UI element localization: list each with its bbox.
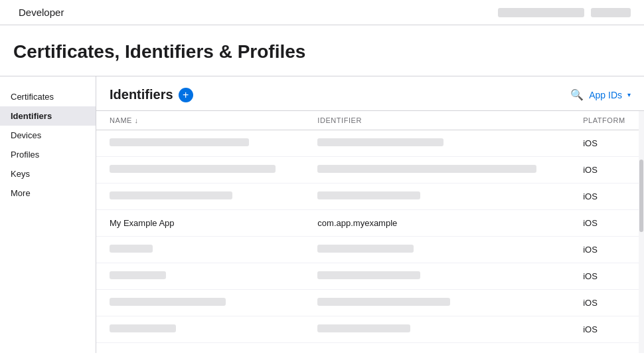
top-nav-user — [498, 8, 631, 17]
table-row[interactable]: iOS — [96, 183, 644, 210]
cell-platform: iOS — [570, 237, 644, 263]
cell-name — [96, 316, 304, 343]
cell-identifier — [304, 183, 570, 210]
cell-name — [96, 237, 304, 263]
cell-platform: iOS — [570, 290, 644, 316]
cell-name — [96, 183, 304, 210]
cell-identifier — [304, 263, 570, 290]
table-header-row: NAME ↓ IDENTIFIER PLATFORM — [96, 111, 644, 130]
filter-label: App IDs — [589, 90, 622, 100]
cell-platform: iOS — [570, 316, 644, 343]
top-nav-brand: Developer — [13, 7, 64, 18]
sidebar-item-profiles[interactable]: Profiles — [0, 145, 96, 164]
search-icon: 🔍 — [570, 88, 584, 101]
main-layout: Certificates Identifiers Devices Profile… — [0, 76, 644, 353]
cell-identifier — [304, 316, 570, 343]
cell-identifier: com.app.myexample — [304, 210, 570, 237]
cell-name — [96, 263, 304, 290]
content-title: Identifiers — [110, 87, 173, 102]
cell-platform: iOS — [570, 210, 644, 237]
user-name-blur — [498, 8, 584, 17]
top-nav: Developer — [0, 0, 644, 25]
sidebar: Certificates Identifiers Devices Profile… — [0, 76, 96, 353]
cell-platform: iOS — [570, 130, 644, 157]
table-row[interactable]: iOS — [96, 237, 644, 263]
sidebar-item-devices[interactable]: Devices — [0, 126, 96, 145]
table-row[interactable]: iOS — [96, 316, 644, 343]
filter-area[interactable]: 🔍 App IDs ▾ — [570, 88, 631, 101]
table-row[interactable]: My Example Appcom.app.myexampleiOS — [96, 210, 644, 237]
sidebar-item-identifiers[interactable]: Identifiers — [0, 106, 96, 126]
scrollbar-thumb[interactable] — [639, 160, 643, 232]
chevron-down-icon: ▾ — [627, 91, 631, 98]
user-dropdown-blur[interactable] — [591, 8, 631, 17]
cell-name — [96, 157, 304, 183]
cell-name — [96, 290, 304, 316]
identifiers-table-container: NAME ↓ IDENTIFIER PLATFORM iOSiOSiOSMy E… — [96, 111, 644, 353]
page-header: Certificates, Identifiers & Profiles — [0, 25, 644, 76]
content-title-area: Identifiers + — [110, 87, 193, 102]
sidebar-item-keys[interactable]: Keys — [0, 164, 96, 183]
identifiers-table: NAME ↓ IDENTIFIER PLATFORM iOSiOSiOSMy E… — [96, 111, 644, 343]
cell-name — [96, 130, 304, 157]
table-row[interactable]: iOS — [96, 157, 644, 183]
column-header-identifier: IDENTIFIER — [304, 111, 570, 130]
developer-label: Developer — [19, 7, 64, 18]
table-row[interactable]: iOS — [96, 263, 644, 290]
scrollbar-track — [639, 111, 644, 353]
sidebar-item-certificates[interactable]: Certificates — [0, 87, 96, 106]
content-area: Identifiers + 🔍 App IDs ▾ NAME ↓ IDENTIF… — [96, 76, 644, 353]
cell-platform: iOS — [570, 157, 644, 183]
cell-identifier — [304, 157, 570, 183]
column-header-name[interactable]: NAME ↓ — [96, 111, 304, 130]
page-title: Certificates, Identifiers & Profiles — [13, 41, 631, 62]
cell-platform: iOS — [570, 183, 644, 210]
cell-platform: iOS — [570, 263, 644, 290]
cell-identifier — [304, 130, 570, 157]
cell-identifier — [304, 290, 570, 316]
table-row[interactable]: iOS — [96, 130, 644, 157]
table-row[interactable]: iOS — [96, 290, 644, 316]
sidebar-item-more[interactable]: More — [0, 183, 96, 203]
content-header: Identifiers + 🔍 App IDs ▾ — [96, 76, 644, 111]
add-identifier-button[interactable]: + — [179, 88, 193, 102]
cell-name: My Example App — [96, 210, 304, 237]
column-header-platform: PLATFORM — [570, 111, 644, 130]
cell-identifier — [304, 237, 570, 263]
